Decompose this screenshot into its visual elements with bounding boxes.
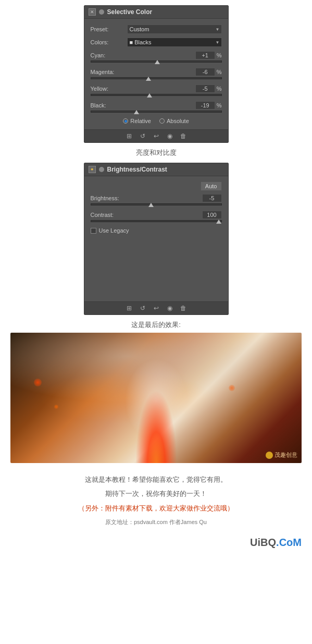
b-reset-icon[interactable]: ↺ (139, 304, 147, 312)
brightness-label-row: Brightness: -5 (91, 194, 222, 202)
selective-color-panel-container: ✕ Selective Color Preset: Custom Colors:… (0, 5, 312, 143)
preset-select-wrapper[interactable]: Custom (127, 24, 222, 34)
relative-radio[interactable] (123, 118, 128, 124)
absolute-radio[interactable] (159, 118, 165, 124)
final-image: 茂趣创意 (10, 333, 302, 463)
use-legacy-label: Use Legacy (99, 227, 129, 234)
brightness-footer: ⊞ ↺ ↩ ◉ 🗑 (84, 301, 228, 314)
reset-icon[interactable]: ↺ (139, 132, 147, 140)
black-label-row: Black: -19 % (91, 101, 222, 110)
watermark-icon (266, 452, 273, 459)
brightness-thumb[interactable] (148, 203, 154, 207)
preset-select[interactable]: Custom (127, 25, 222, 34)
yellow-label: Yellow: (91, 86, 108, 92)
brightness-panel-icon: ✦ (89, 166, 96, 173)
cyan-label: Cyan: (91, 52, 106, 58)
yellow-track[interactable] (91, 94, 222, 96)
selective-color-header: ✕ Selective Color (84, 6, 228, 19)
visibility-icon[interactable]: ◉ (166, 132, 174, 140)
watermark-text: 茂趣创意 (274, 451, 297, 459)
bottom-source: 原文地址：psdvault.com 作者James Qu (21, 518, 291, 526)
trash-icon[interactable]: 🗑 (179, 132, 188, 140)
absolute-option[interactable]: Absolute (159, 118, 189, 124)
b-back-icon[interactable]: ↩ (152, 304, 160, 312)
cyan-pct: % (217, 52, 222, 58)
bottom-line1: 这就是本教程！希望你能喜欢它，觉得它有用。 (21, 473, 291, 485)
relative-option[interactable]: Relative (123, 118, 151, 124)
history-icon[interactable]: ⊞ (125, 132, 133, 140)
magenta-slider-row: Magenta: -6 % (91, 68, 222, 79)
brightness-section-label: 亮度和对比度 (0, 148, 312, 157)
contrast-slider-row: Contrast: 100 (91, 211, 222, 222)
cyan-value[interactable]: +1 (195, 51, 215, 59)
brightness-panel-dot (99, 167, 104, 172)
brightness-header: ✦ Brightness/Contrast (84, 163, 228, 176)
selective-color-title: Selective Color (107, 8, 153, 16)
b-visibility-icon[interactable]: ◉ (166, 304, 174, 312)
panel-icon: ✕ (89, 8, 96, 16)
magenta-pct: % (217, 69, 222, 75)
ember-2 (54, 405, 58, 409)
black-label: Black: (91, 102, 106, 108)
uibq-blue-text: .CoM (276, 537, 302, 548)
magenta-value[interactable]: -6 (195, 68, 215, 76)
cyan-thumb[interactable] (155, 60, 160, 64)
preset-row: Preset: Custom (91, 24, 222, 34)
black-slider-row: Black: -19 % (91, 101, 222, 113)
panel-dot (99, 9, 104, 15)
cyan-label-row: Cyan: +1 % (91, 51, 222, 59)
black-track[interactable] (91, 111, 222, 113)
b-history-icon[interactable]: ⊞ (125, 304, 133, 312)
b-trash-icon[interactable]: 🗑 (179, 304, 188, 312)
black-thumb[interactable] (134, 110, 139, 114)
relative-label: Relative (130, 118, 151, 124)
bottom-line2: 期待下一次，祝你有美好的一天！ (21, 488, 291, 500)
colors-row: Colors: ■ Blacks (91, 37, 222, 47)
uibq-brand-container: UiBQ.CoM (0, 537, 312, 554)
colors-label: Colors: (91, 39, 127, 45)
panel-spacer (91, 234, 222, 296)
colors-select[interactable]: ■ Blacks (127, 38, 222, 47)
brightness-title: Brightness/Contrast (107, 166, 167, 173)
contrast-label-row: Contrast: 100 (91, 211, 222, 219)
final-label: 这是最后的效果: (0, 320, 312, 330)
selective-color-panel: ✕ Selective Color Preset: Custom Colors:… (84, 5, 229, 143)
magenta-label: Magenta: (91, 69, 115, 75)
brightness-track[interactable] (91, 203, 222, 205)
magenta-thumb[interactable] (146, 77, 151, 81)
cyan-track[interactable] (91, 60, 222, 63)
back-icon[interactable]: ↩ (152, 132, 160, 140)
black-pct: % (217, 102, 222, 108)
uibq-gray-text: UiBQ (250, 537, 276, 548)
bottom-section: 这就是本教程！希望你能喜欢它，觉得它有用。 期待下一次，祝你有美好的一天！ （另… (0, 463, 312, 537)
auto-button[interactable]: Auto (201, 181, 222, 191)
contrast-value[interactable]: 100 (202, 211, 222, 219)
contrast-thumb[interactable] (216, 220, 221, 224)
yellow-value[interactable]: -5 (195, 84, 215, 93)
colors-select-wrapper[interactable]: ■ Blacks (127, 37, 222, 47)
selective-color-footer: ⊞ ↺ ↩ ◉ 🗑 (84, 129, 228, 142)
brightness-label: Brightness: (91, 195, 119, 201)
yellow-slider-row: Yellow: -5 % (91, 84, 222, 96)
ember-1 (34, 379, 42, 386)
use-legacy-row[interactable]: Use Legacy (91, 227, 222, 234)
selective-color-body: Preset: Custom Colors: ■ Blacks (84, 19, 228, 129)
preset-label: Preset: (91, 26, 127, 32)
watermark: 茂趣创意 (266, 451, 297, 459)
magenta-label-row: Magenta: -6 % (91, 68, 222, 76)
magenta-track[interactable] (91, 77, 222, 79)
contrast-track[interactable] (91, 220, 222, 222)
final-image-wrapper: 茂趣创意 (0, 333, 312, 463)
bottom-line3: （另外：附件有素材下载，欢迎大家做作业交流哦） (21, 502, 291, 514)
brightness-slider-row: Brightness: -5 (91, 194, 222, 205)
auto-row: Auto (91, 181, 222, 191)
yellow-thumb[interactable] (147, 93, 152, 98)
brightness-panel: ✦ Brightness/Contrast Auto Brightness: -… (84, 163, 229, 315)
contrast-label: Contrast: (91, 212, 114, 218)
yellow-label-row: Yellow: -5 % (91, 84, 222, 93)
absolute-label: Absolute (167, 118, 189, 124)
cyan-slider-row: Cyan: +1 % (91, 51, 222, 63)
brightness-value[interactable]: -5 (202, 194, 222, 202)
black-value[interactable]: -19 (195, 101, 215, 110)
use-legacy-checkbox[interactable] (91, 228, 96, 234)
